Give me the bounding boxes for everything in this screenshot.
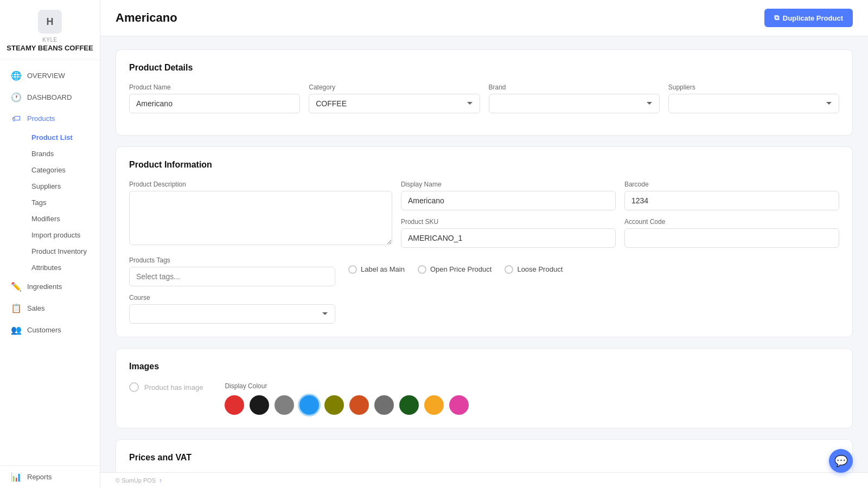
sku-account-row: Product SKU Account Code (401, 218, 839, 248)
tags-input[interactable] (129, 267, 335, 286)
colour-olive[interactable] (324, 395, 344, 415)
description-group: Product Description (129, 181, 392, 248)
label-as-main-checkbox[interactable]: Label as Main (348, 265, 405, 278)
brand-label: Brand (489, 84, 660, 91)
sidebar-sub-nav: Product List Brands Categories Suppliers… (0, 130, 100, 275)
sidebar-footer: 📊 Reports (0, 465, 100, 488)
display-name-barcode-row: Display Name Barcode (401, 181, 839, 210)
colour-dark-gray[interactable] (374, 395, 394, 415)
colour-gray[interactable] (275, 395, 294, 415)
sidebar-item-product-list[interactable]: Product List (27, 130, 98, 145)
images-row: Product has image Display Colour (129, 382, 839, 415)
sidebar-item-tags[interactable]: Tags (27, 195, 98, 210)
colour-orange[interactable] (424, 395, 444, 415)
sidebar-item-brands[interactable]: Brands (27, 146, 98, 162)
account-code-group: Account Code (624, 218, 839, 248)
sidebar-item-products[interactable]: 🏷 Products (2, 108, 98, 129)
sidebar-item-attributes[interactable]: Attributes (27, 260, 98, 275)
product-details-title: Product Details (129, 63, 839, 73)
suppliers-group: Suppliers (668, 84, 839, 113)
prices-vat-card: Prices and VAT (116, 439, 853, 472)
description-label: Product Description (129, 181, 392, 188)
colour-black[interactable] (250, 395, 269, 415)
sidebar-item-overview[interactable]: 🌐 OVERVIEW (2, 65, 98, 86)
display-name-group: Display Name (401, 181, 616, 210)
sidebar-item-product-inventory[interactable]: Product Inventory (27, 243, 98, 259)
product-has-image-toggle[interactable]: Product has image (129, 382, 203, 392)
loose-product-radio[interactable] (505, 265, 513, 274)
course-label: Course (129, 294, 335, 301)
sidebar-header: H KYLE STEAMY BEANS COFFEE (0, 0, 100, 60)
sidebar-item-customers[interactable]: 👥 Customers (2, 319, 98, 341)
brand-group: Brand (489, 84, 660, 113)
products-icon: 🏷 (11, 114, 22, 124)
sidebar-item-label: Reports (27, 473, 52, 481)
open-price-radio[interactable] (418, 265, 426, 274)
product-name-input[interactable] (129, 94, 300, 113)
customers-icon: 👥 (11, 325, 22, 335)
display-colour-label: Display Colour (225, 382, 469, 390)
duplicate-product-button[interactable]: ⧉ Duplicate Product (764, 9, 853, 27)
barcode-group: Barcode (624, 181, 839, 210)
colour-red[interactable] (225, 395, 244, 415)
category-select[interactable]: COFFEE (309, 94, 480, 113)
content-area: Product Details Product Name Category CO… (100, 36, 868, 472)
colour-orange-red[interactable] (349, 395, 369, 415)
description-textarea[interactable] (129, 191, 392, 245)
display-name-input[interactable] (401, 191, 616, 210)
product-details-card: Product Details Product Name Category CO… (116, 49, 853, 136)
main-content: Americano ⧉ Duplicate Product Product De… (100, 0, 868, 488)
sidebar-item-suppliers[interactable]: Suppliers (27, 178, 98, 194)
course-select[interactable] (129, 304, 335, 324)
images-card: Images Product has image Display Colour (116, 348, 853, 428)
sidebar-item-sales[interactable]: 📋 Sales (2, 298, 98, 319)
sidebar-nav: 🌐 OVERVIEW 🕐 DASHBOARD 🏷 Products Produc… (0, 60, 100, 465)
images-title: Images (129, 362, 839, 371)
colour-dark-green[interactable] (399, 395, 419, 415)
product-details-row: Product Name Category COFFEE Brand S (129, 84, 839, 113)
chat-button[interactable]: 💬 (829, 449, 853, 473)
suppliers-label: Suppliers (668, 84, 839, 91)
ingredients-icon: ✏️ (11, 281, 22, 292)
course-group: Course (129, 294, 335, 324)
brand-select[interactable] (489, 94, 660, 113)
product-name-group: Product Name (129, 84, 300, 113)
sidebar-item-label: Customers (27, 326, 61, 334)
suppliers-select[interactable] (668, 94, 839, 113)
prices-vat-title: Prices and VAT (129, 453, 839, 463)
sidebar-item-label: Sales (27, 304, 45, 312)
sidebar-item-dashboard[interactable]: 🕐 DASHBOARD (2, 87, 98, 108)
footer: © SumUp POS ↑ (100, 472, 868, 488)
sidebar-item-import-products[interactable]: Import products (27, 227, 98, 243)
duplicate-icon: ⧉ (774, 14, 779, 22)
product-sku-input[interactable] (401, 228, 616, 248)
sidebar: H KYLE STEAMY BEANS COFFEE 🌐 OVERVIEW 🕐 … (0, 0, 100, 488)
chat-icon: 💬 (834, 454, 848, 467)
footer-text: © SumUp POS (116, 477, 156, 484)
tags-checkboxes-row: Products Tags Label as Main Open Price P… (129, 256, 839, 286)
sales-icon: 📋 (11, 303, 22, 313)
display-colour-section: Display Colour (225, 382, 469, 415)
sidebar-company-name: STEAMY BEANS COFFEE (7, 44, 93, 53)
sidebar-item-modifiers[interactable]: Modifiers (27, 211, 98, 227)
loose-product-checkbox[interactable]: Loose Product (505, 265, 563, 278)
footer-arrow: ↑ (159, 477, 162, 484)
topbar: Americano ⧉ Duplicate Product (100, 0, 868, 36)
products-tags-label: Products Tags (129, 256, 335, 264)
right-info-fields: Display Name Barcode Product SKU (401, 181, 839, 248)
display-name-label: Display Name (401, 181, 616, 188)
colour-pink[interactable] (449, 395, 469, 415)
product-information-card: Product Information Product Description … (116, 146, 853, 337)
colour-blue[interactable] (299, 395, 319, 415)
barcode-label: Barcode (624, 181, 839, 188)
product-has-image-radio[interactable] (129, 382, 139, 392)
account-code-input[interactable] (624, 228, 839, 248)
sidebar-item-reports[interactable]: 📊 Reports (2, 466, 98, 487)
sidebar-item-ingredients[interactable]: ✏️ Ingredients (2, 276, 98, 297)
sidebar-item-categories[interactable]: Categories (27, 162, 98, 178)
open-price-checkbox[interactable]: Open Price Product (418, 265, 492, 278)
product-has-image-label: Product has image (144, 383, 203, 391)
barcode-input[interactable] (624, 191, 839, 210)
category-group: Category COFFEE (309, 84, 480, 113)
label-as-main-radio[interactable] (348, 265, 357, 274)
